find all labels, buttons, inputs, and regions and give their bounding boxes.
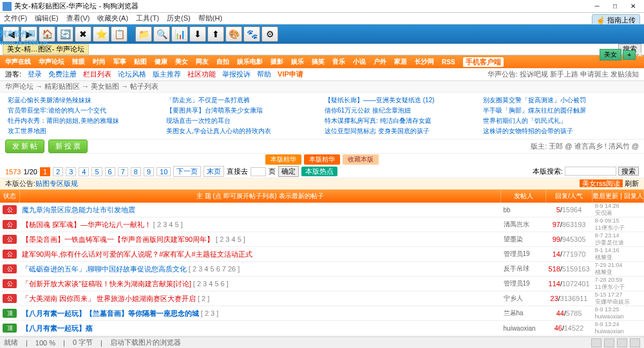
author-name[interactable]: 兰墓ha [501,306,546,321]
new-post-button[interactable]: 发 新 帖 [5,140,44,153]
home-button[interactable]: 🏠 [39,26,55,42]
nav-item[interactable]: 音乐 [332,57,345,66]
thread-title-link[interactable]: 「大美湖南 因你而来」 世界旅游小姐湖南赛区大赛开启 [22,295,196,302]
nav-item[interactable]: 华声论坛 [39,57,64,66]
nav-item[interactable]: 摄影 [270,57,283,66]
nav-item[interactable]: 户外 [374,57,386,66]
page-num[interactable]: 4 [79,167,89,176]
menu-tools[interactable]: 工具(T) [136,14,159,23]
nav-item[interactable]: 贴图 [134,57,147,66]
browser-tab-new[interactable]: + [623,50,636,60]
nav-item[interactable]: 网友 [196,57,209,66]
tool-button-8[interactable]: ⚙ [261,26,278,42]
breadcrumb[interactable]: 华声论坛 → 精彩贴图区 → 美女贴图 → 帖子列表 [0,81,644,93]
menu-edit[interactable]: 编辑(E) [35,14,59,23]
featured-link[interactable]: 半手吸「胸部」煤灰往红的圆仔触屏 [483,105,636,116]
tool-button-3[interactable]: 📊 [171,26,188,42]
featured-link[interactable]: 借你61万元公款 接纪念章泡妞 [325,105,478,116]
page-num[interactable]: 10 [156,167,171,176]
hot-topics-button[interactable]: 本版热点 [301,167,337,176]
page-num[interactable]: 2 [53,167,63,176]
social-link[interactable]: 社区功能 [187,69,216,79]
favorites-button[interactable]: ⭐ [93,26,109,42]
tool-button-1[interactable]: 📁 [135,26,152,42]
status-icon[interactable] [617,338,627,347]
menu-view[interactable]: 查看(V) [66,14,90,23]
nav-item[interactable]: 小说 [353,57,366,66]
master-link[interactable]: 版主推荐 [153,69,181,79]
status-icon[interactable] [630,338,640,347]
nav-item[interactable]: 长沙网 [415,57,434,66]
featured-link[interactable]: 【要图共享】台湾萌系美少女康瑞 [166,105,319,116]
nav-item[interactable]: 健康 [155,57,167,66]
featured-link[interactable]: 现场直击一次性的耳台 [166,116,319,126]
essence-button-2[interactable]: 本版精华 [304,154,340,165]
thread-row[interactable]: 公 【杨国魂 探军魂】—华声论坛八一献礼！ [ 2 3 4 5 ] 清禹岂水 9… [0,217,644,232]
author-name[interactable]: huiwaoxian [501,321,546,336]
forum-search-input[interactable] [565,167,616,176]
menu-history[interactable]: 历史(S) [167,14,191,23]
essence-button-1[interactable]: 本版精华 [265,154,301,165]
nav-item[interactable]: 美女 [175,57,188,66]
page-num[interactable]: 6 [105,167,115,176]
menu-help[interactable]: 帮助(H) [198,14,222,23]
status-icon[interactable] [591,338,601,347]
thread-row[interactable]: 公 建军90周年,你有什么话对可爱的军人说呢？#家有军人#主题征文活动正式 管理… [0,247,644,262]
thread-row[interactable]: 公 「砥砺奋进的五年」,聊聊中国好故事促说您高质文化 [ 2 3 4 5 6 7… [0,262,644,277]
announce-link[interactable]: 贴图专区版规 [35,179,78,188]
status-icon[interactable] [604,338,614,347]
thread-row[interactable]: 公 【墨染音画】一铁血铸军魂一【华声音画版同庆建军90周年】 [ 2 3 4 5… [0,232,644,247]
tool-button-5[interactable]: ⬆ [207,26,224,42]
featured-link[interactable]: 美图女人,学会让真人心动的持玫内衣 [166,126,319,136]
page-num[interactable]: 7 [118,167,128,176]
page-jump-input[interactable] [251,167,266,176]
minimize-button[interactable]: ─ [589,1,605,12]
featured-link[interactable]: 彩蓝心愉长美腿清绿热辣妹妹 [8,95,161,105]
nav-item[interactable]: 家居 [394,57,407,66]
page-links[interactable]: [ 2 3 4 5 ] [153,221,183,228]
thread-row[interactable]: 顶 【八月有素一起玩】【兰墓音画】等你隔着一座思念的城 [ 2 3 ] 兰墓ha… [0,306,644,321]
browser-tab-active[interactable]: 美女 [600,49,621,60]
page-num[interactable]: 3 [66,167,76,176]
menu-favorites[interactable]: 收藏夹(A) [97,14,128,23]
author-name[interactable]: 管理员19 [501,247,546,262]
forum-search-button[interactable]: 搜索 [618,167,639,176]
go-button[interactable]: 确定 [278,166,299,177]
featured-link[interactable]: 这株讲的女物特招的会带的孩子 [483,126,636,136]
thread-title-link[interactable]: 建军90周年,你有什么话对可爱的军人说呢？#家有军人#主题征文活动正式 [22,250,252,258]
vip-link[interactable]: VIP申请 [278,69,303,79]
list-link[interactable]: 栏目列表 [83,69,111,79]
author-name[interactable]: 清禹岂水 [501,217,546,232]
thread-title-link[interactable]: 「砥砺奋进的五年」,聊聊中国好故事促说您高质文化 [22,265,187,273]
thread-title-link[interactable]: 魔九章沟景区应急能力址市引发地震 [22,206,135,214]
stop-button[interactable]: ✖ [75,26,91,42]
featured-link[interactable]: 【疑纸长廊】——亚洲美女疑纸迭 (12) [325,95,478,105]
page-num[interactable]: 8 [131,167,141,176]
page-tab[interactable]: 美女-精…图区- 华声论坛 [3,44,89,55]
mobile-client-button[interactable]: 手机客户端 [463,57,504,67]
nav-item[interactable]: 军事 [113,57,126,66]
refresh-link[interactable]: 刷新 [625,179,639,187]
featured-link[interactable]: 攻工世界地图 [8,126,161,136]
featured-link[interactable]: 「防走光」不仅是一条打底裤 [166,95,319,105]
tab-close-icon[interactable]: ✕ [637,51,643,59]
featured-link[interactable]: 特木谋撑私房写真: 纯洁白叠清存女庭 [325,116,478,126]
featured-link[interactable]: 别友圈莫交警「捉高测速」小心被罚 [483,95,636,105]
thread-title-link[interactable]: 【墨染音画】一铁血铸军魂一【华声音画版同庆建军90周年】 [22,235,214,243]
nav-item[interactable]: 华声在线 [5,57,31,66]
help-link[interactable]: 帮助 [257,69,271,79]
page-links[interactable]: [ 2 3 4 5 6 ] [193,280,229,288]
next-page[interactable]: 下一页 [173,166,201,177]
page-links[interactable]: [ 2 3 4 5 6 7 26 ] [189,265,240,273]
thread-row[interactable]: 公 魔九章沟景区应急能力址市引发地震 bb 5/15964 8-9 14:26安… [0,203,644,217]
tool-button-2[interactable]: 🔍 [153,26,170,42]
thread-title-link[interactable]: 【八月有素一起玩】【兰墓音画】等你隔着一座思念的城 [22,309,199,317]
thread-row[interactable]: 公 「创新开放大家谈″征稿啦！快来为湖南建言献策[讨论] [ 2 3 4 5 6… [0,277,644,291]
menu-file[interactable]: 文件(F) [4,14,27,23]
page-links[interactable]: [ 2 3 ] [201,309,219,317]
nav-item[interactable]: 搞笑 [312,57,325,66]
nav-item[interactable]: 辣眼 [72,57,85,66]
page-num[interactable]: 5 [91,167,102,176]
author-name[interactable]: 宁乡人 [501,291,546,306]
nav-item[interactable]: 自拍 [216,57,229,66]
